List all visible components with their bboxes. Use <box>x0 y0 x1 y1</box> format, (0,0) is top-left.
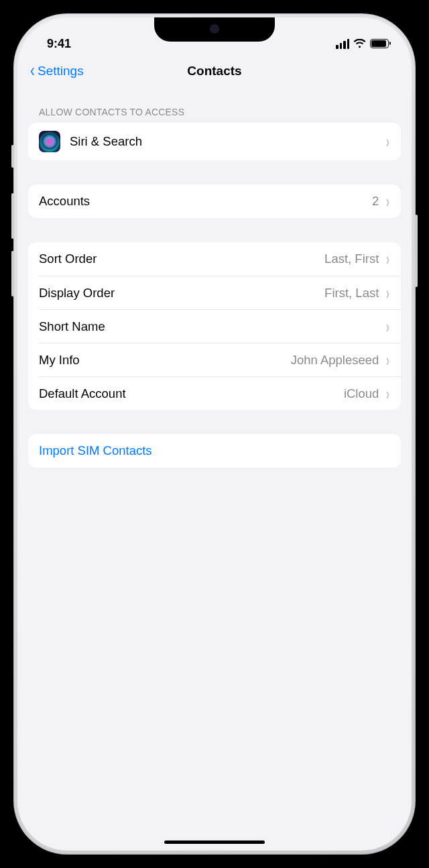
cell-group-import: Import SIM Contacts <box>28 434 401 468</box>
cell-value: John Appleseed <box>291 353 379 368</box>
chevron-right-icon: › <box>386 385 389 402</box>
status-time: 9:41 <box>47 37 71 51</box>
cell-label: Accounts <box>39 194 372 209</box>
page-title: Contacts <box>187 64 241 78</box>
front-camera <box>210 24 219 34</box>
wifi-icon <box>353 39 366 49</box>
section-header-access: ALLOW CONTACTS TO ACCESS <box>28 89 401 123</box>
settings-content: ALLOW CONTACTS TO ACCESS Siri & Search ›… <box>17 89 412 468</box>
cell-short-name[interactable]: Short Name › <box>39 309 401 343</box>
back-label: Settings <box>38 64 84 78</box>
chevron-left-icon: ‹ <box>30 62 34 80</box>
cell-default-account[interactable]: Default Account iCloud › <box>39 376 401 410</box>
chevron-right-icon: › <box>386 133 389 150</box>
cell-value: First, Last <box>324 286 379 301</box>
cell-label: Short Name <box>39 319 379 334</box>
cell-group-access: Siri & Search › <box>28 123 401 160</box>
back-button[interactable]: ‹ Settings <box>29 62 84 80</box>
navigation-bar: ‹ Settings Contacts <box>17 55 412 89</box>
cell-group-accounts: Accounts 2 › <box>28 184 401 218</box>
cell-value: 2 <box>372 194 379 209</box>
cell-label: Display Order <box>39 286 324 301</box>
chevron-right-icon: › <box>386 318 389 335</box>
power-button <box>415 215 418 287</box>
cell-label: Siri & Search <box>70 134 385 149</box>
status-icons <box>336 39 389 49</box>
notch <box>154 17 275 42</box>
cell-import-sim[interactable]: Import SIM Contacts <box>28 434 401 468</box>
action-label: Import SIM Contacts <box>39 443 390 458</box>
volume-down-button <box>11 251 14 296</box>
siri-icon <box>39 131 60 152</box>
cell-sort-order[interactable]: Sort Order Last, First › <box>28 242 401 276</box>
cell-label: Default Account <box>39 386 344 401</box>
battery-icon <box>370 39 389 48</box>
chevron-right-icon: › <box>386 284 389 302</box>
silence-switch <box>11 145 14 168</box>
cell-siri-search[interactable]: Siri & Search › <box>28 123 401 160</box>
cell-label: My Info <box>39 353 291 368</box>
cell-value: iCloud <box>344 386 379 401</box>
cell-accounts[interactable]: Accounts 2 › <box>28 184 401 218</box>
cell-label: Sort Order <box>39 252 324 266</box>
chevron-right-icon: › <box>386 250 389 268</box>
home-indicator[interactable] <box>164 840 265 844</box>
chevron-right-icon: › <box>386 351 389 369</box>
iphone-frame: 9:41 ‹ Settings Contacts ALLOW CON <box>13 13 416 855</box>
cell-group-settings: Sort Order Last, First › Display Order F… <box>28 242 401 410</box>
cell-value: Last, First <box>324 252 379 266</box>
chevron-right-icon: › <box>386 193 389 210</box>
cell-display-order[interactable]: Display Order First, Last › <box>39 276 401 309</box>
volume-up-button <box>11 193 14 239</box>
screen: 9:41 ‹ Settings Contacts ALLOW CON <box>17 17 412 851</box>
cellular-signal-icon <box>336 39 349 49</box>
cell-my-info[interactable]: My Info John Appleseed › <box>39 343 401 376</box>
